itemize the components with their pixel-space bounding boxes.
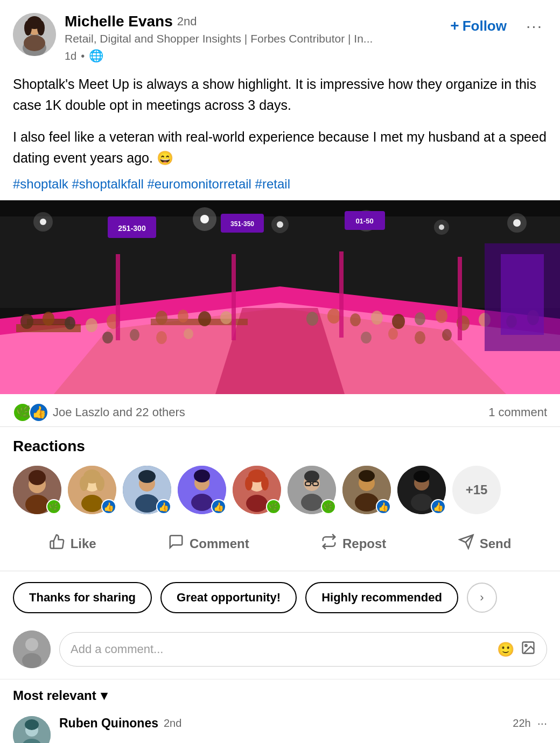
svg-point-48 bbox=[327, 309, 340, 324]
post-hashtags[interactable]: #shoptalk #shoptalkfall #euromonitorreta… bbox=[13, 177, 547, 192]
chevron-right-icon: › bbox=[480, 591, 484, 605]
reactor-avatar-1[interactable]: 🌿 bbox=[13, 466, 61, 514]
svg-point-38 bbox=[43, 312, 54, 326]
svg-point-49 bbox=[350, 313, 361, 326]
svg-point-75 bbox=[29, 470, 46, 485]
svg-point-98 bbox=[301, 494, 323, 511]
reactor-avatar-3[interactable]: 👍 bbox=[123, 466, 171, 514]
svg-rect-66 bbox=[116, 254, 120, 340]
reactions-title: Reactions bbox=[13, 438, 547, 455]
svg-point-106 bbox=[359, 470, 375, 482]
send-button[interactable]: Send bbox=[447, 527, 522, 560]
svg-point-60 bbox=[156, 331, 167, 344]
svg-point-7 bbox=[37, 20, 45, 36]
svg-point-121 bbox=[25, 719, 39, 730]
comment-input-row: Add a comment... 🙂 bbox=[0, 624, 560, 679]
more-options-button[interactable]: ··· bbox=[522, 15, 547, 37]
follow-button[interactable]: + Follow bbox=[444, 13, 513, 39]
send-label: Send bbox=[480, 536, 512, 551]
like-button[interactable]: Like bbox=[38, 527, 107, 560]
like-icon bbox=[49, 534, 65, 553]
sort-dropdown-icon: ▾ bbox=[101, 688, 107, 703]
svg-point-81 bbox=[96, 476, 104, 491]
post-text: Shoptalk's Meet Up is always a show high… bbox=[13, 74, 547, 168]
reactions-section: Reactions 🌿 bbox=[0, 426, 560, 523]
svg-point-39 bbox=[65, 317, 75, 330]
comment-button[interactable]: Comment bbox=[157, 527, 260, 560]
reactor-badge-2: 👍 bbox=[101, 499, 116, 514]
reactor-badge-1: 🌿 bbox=[46, 499, 61, 514]
reactor-badge-6: 🌿 bbox=[321, 499, 336, 514]
more-count[interactable]: +15 bbox=[452, 466, 501, 514]
reactor-avatar-8[interactable]: 👍 bbox=[397, 466, 446, 514]
reactor-badge-4: 👍 bbox=[211, 499, 226, 514]
svg-point-46 bbox=[220, 311, 232, 324]
svg-point-74 bbox=[25, 495, 49, 514]
emoji-icon[interactable]: 🙂 bbox=[497, 641, 514, 658]
reactions-text[interactable]: Joe Laszlo and 22 others bbox=[53, 405, 185, 419]
highly-recommended-button[interactable]: Highly recommended bbox=[305, 582, 458, 613]
reactor-avatar-2[interactable]: 👍 bbox=[68, 466, 116, 514]
svg-point-58 bbox=[102, 332, 113, 344]
author-avatar[interactable] bbox=[13, 13, 56, 56]
more-quick-replies-button[interactable]: › bbox=[467, 583, 497, 613]
quick-replies: Thanks for sharing Great opportunity! Hi… bbox=[0, 571, 560, 624]
svg-point-94 bbox=[245, 476, 253, 490]
repost-icon bbox=[321, 534, 337, 553]
great-opportunity-button[interactable]: Great opportunity! bbox=[160, 582, 297, 613]
comment-count[interactable]: 1 comment bbox=[488, 405, 547, 419]
reactor-badge-3: 👍 bbox=[156, 499, 171, 514]
comment-more-button[interactable]: ··· bbox=[537, 717, 547, 731]
reaction-emojis: 🌿 👍 bbox=[13, 403, 48, 422]
svg-point-61 bbox=[184, 328, 193, 339]
comment-input-box[interactable]: Add a comment... 🙂 bbox=[59, 632, 547, 667]
svg-point-52 bbox=[415, 312, 425, 325]
reactor-badge-7: 👍 bbox=[376, 499, 391, 514]
svg-point-65 bbox=[442, 329, 452, 341]
comment-author[interactable]: Ruben Quinones bbox=[59, 716, 158, 731]
reactor-avatar-6[interactable]: 🌿 bbox=[288, 466, 336, 514]
svg-point-115 bbox=[22, 653, 41, 668]
reactions-bar: 🌿 👍 Joe Laszlo and 22 others 1 comment bbox=[0, 394, 560, 426]
reactor-avatar-4[interactable]: 👍 bbox=[178, 466, 226, 514]
reactor-avatar-7[interactable]: 👍 bbox=[342, 466, 391, 514]
svg-point-63 bbox=[388, 328, 398, 340]
svg-point-59 bbox=[130, 329, 139, 341]
svg-point-62 bbox=[361, 332, 372, 344]
svg-point-4 bbox=[24, 35, 45, 51]
reactor-avatars: 🌿 👍 bbox=[13, 466, 547, 514]
separator: • bbox=[81, 50, 85, 62]
reactions-left[interactable]: 🌿 👍 Joe Laszlo and 22 others bbox=[13, 403, 185, 422]
svg-point-92 bbox=[246, 495, 268, 512]
post-time: 1d bbox=[65, 50, 76, 62]
repost-button[interactable]: Repost bbox=[310, 527, 397, 560]
svg-point-114 bbox=[25, 638, 38, 651]
svg-point-88 bbox=[191, 494, 213, 511]
svg-point-51 bbox=[392, 314, 405, 329]
svg-point-78 bbox=[81, 495, 103, 512]
image-icon[interactable] bbox=[521, 640, 536, 659]
most-relevant-label: Most relevant bbox=[13, 688, 96, 703]
svg-point-45 bbox=[198, 311, 211, 326]
reactor-badge-8: 👍 bbox=[431, 499, 446, 514]
post-container: Michelle Evans 2nd Retail, Digital and S… bbox=[0, 0, 560, 743]
like-emoji: 👍 bbox=[29, 403, 48, 422]
svg-point-18 bbox=[271, 216, 289, 233]
comment-label: Comment bbox=[190, 536, 249, 551]
ruben-avatar[interactable] bbox=[13, 716, 51, 743]
svg-rect-10 bbox=[0, 200, 560, 216]
comment-meta-right: 22h ··· bbox=[513, 717, 547, 731]
comment-meta: Ruben Quinones 2nd bbox=[59, 716, 181, 731]
globe-icon: 🌐 bbox=[89, 49, 103, 63]
svg-point-50 bbox=[371, 311, 383, 325]
reactor-badge-5: 🌿 bbox=[266, 499, 281, 514]
most-relevant[interactable]: Most relevant ▾ bbox=[0, 679, 560, 710]
reactor-avatar-5[interactable]: 🌿 bbox=[233, 466, 281, 514]
svg-point-105 bbox=[355, 493, 379, 511]
thanks-for-sharing-button[interactable]: Thanks for sharing bbox=[13, 582, 152, 613]
svg-point-22 bbox=[434, 220, 449, 235]
svg-point-44 bbox=[178, 310, 188, 323]
action-buttons: Like Comment Repost bbox=[0, 523, 560, 571]
author-name-row: Michelle Evans 2nd bbox=[65, 13, 373, 30]
author-name[interactable]: Michelle Evans bbox=[65, 13, 173, 30]
